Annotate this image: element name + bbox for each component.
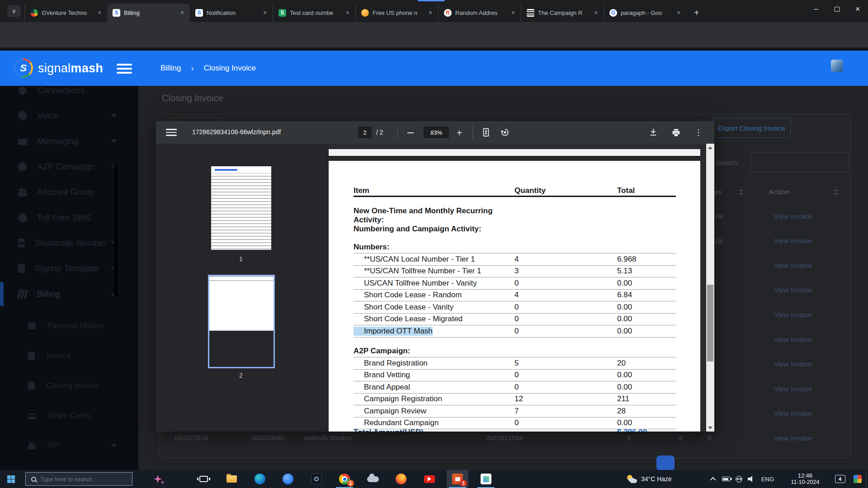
task-view-icon[interactable] [193, 470, 214, 488]
tab-close-icon[interactable]: × [592, 9, 600, 17]
action-center-icon[interactable]: 4 [831, 470, 849, 488]
edge-icon[interactable] [249, 470, 271, 488]
tab-close-icon[interactable]: × [344, 9, 352, 17]
screen-recorder-icon[interactable] [306, 470, 327, 488]
doc-quantity: 0 [514, 327, 519, 336]
pdf-page-input[interactable] [358, 127, 372, 138]
chrome-icon[interactable]: 1 [334, 470, 355, 488]
show-desktop-button[interactable] [866, 470, 868, 488]
sidebar-item-icon [18, 162, 27, 171]
sidebar-item-icon [18, 188, 27, 197]
sort-icon[interactable] [739, 189, 743, 195]
tab-close-icon[interactable]: × [426, 9, 434, 17]
photos-icon[interactable] [475, 470, 497, 488]
tab-close-icon[interactable]: × [95, 9, 104, 17]
tab-search-button[interactable]: ∨ [7, 5, 21, 17]
taskbar-search[interactable] [25, 472, 132, 486]
browser-tab[interactable]: The Campaign R × [521, 4, 604, 22]
pagination-button[interactable] [656, 455, 675, 471]
sort-icon[interactable] [833, 189, 838, 195]
print-icon[interactable] [670, 126, 682, 139]
browser-tab[interactable]: GVenture Techno × [24, 4, 107, 22]
sidebar-item[interactable]: Invoice [0, 341, 138, 371]
window-maximize-button[interactable] [826, 0, 847, 18]
view-invoice-link[interactable]: View Invoice [774, 286, 812, 294]
pdf-thumbnail-page-1[interactable] [211, 166, 271, 250]
taskbar-clock[interactable]: 12:46 11-10-2024 [784, 470, 826, 488]
window-minimize-button[interactable]: – [806, 0, 826, 18]
onedrive-icon[interactable] [362, 470, 384, 488]
taskbar-search-input[interactable] [40, 476, 122, 483]
sidebar-item[interactable]: Payment History [0, 311, 138, 341]
taskbar-weather[interactable]: 34°C Haze [626, 470, 672, 488]
view-invoice-link[interactable]: View Invoice [774, 360, 812, 368]
doc-quantity: 0 [514, 418, 519, 427]
language-indicator[interactable]: ENG [759, 470, 777, 488]
pdf-scrollbar[interactable] [706, 144, 714, 432]
powerpoint-icon[interactable]: 1 [447, 470, 468, 488]
youtube-icon[interactable] [419, 470, 440, 488]
pdf-thumbnail-page-2-selected[interactable] [208, 275, 275, 368]
table-row: View Invoice [774, 327, 837, 352]
search-input[interactable] [750, 152, 849, 172]
pdf-thumbnail-panel: 1 2 [156, 144, 329, 432]
sidebar-item-label: Voice [37, 111, 58, 121]
browser-tab[interactable]: Test card numbe × [273, 4, 355, 22]
user-avatar[interactable] [831, 60, 843, 72]
breadcrumb-page: Closing Invoice [204, 64, 256, 73]
scrollbar-thumb[interactable] [707, 285, 713, 361]
tab-close-icon[interactable]: × [675, 9, 683, 17]
view-invoice-link[interactable]: View Invoice [774, 237, 812, 244]
table-cell: 04 [716, 212, 723, 220]
tab-favicon [113, 9, 120, 17]
view-invoice-link[interactable]: View Invoice [774, 262, 812, 269]
file-explorer-icon[interactable] [221, 470, 242, 488]
tray-color-icon[interactable] [854, 475, 862, 483]
start-button[interactable] [0, 470, 22, 488]
table-column-action[interactable]: Action [769, 188, 790, 196]
copilot-icon[interactable] [148, 470, 170, 488]
zoom-level[interactable]: 83% [424, 127, 449, 138]
sidebar-item[interactable]: Voice [0, 103, 138, 128]
new-tab-button[interactable]: + [689, 4, 707, 22]
sidebar-item-icon [18, 239, 25, 248]
volume-icon[interactable] [744, 470, 759, 488]
sidebar-scrollbar-thumb[interactable] [114, 165, 118, 296]
export-closing-invoice-button[interactable]: Export Closing Invoice [712, 118, 791, 138]
tab-close-icon[interactable]: × [261, 9, 269, 17]
sidebar-item-label: A2P Campaign [37, 162, 94, 172]
tab-close-icon[interactable]: × [178, 9, 186, 17]
sidebar-item[interactable]: Connections [0, 78, 138, 103]
sidebar-toggle-icon[interactable] [117, 64, 133, 74]
pdf-menu-icon[interactable] [166, 129, 177, 136]
view-invoice-link[interactable]: View Invoice [774, 385, 812, 393]
fit-to-page-icon[interactable] [480, 126, 492, 139]
chrome-notification-badge: 1 [347, 480, 354, 487]
sidebar-item[interactable]: Messaging [0, 129, 138, 154]
pdf-more-icon[interactable]: ⋮ [692, 126, 705, 139]
view-invoice-link[interactable]: View Invoice [774, 212, 812, 220]
table-column-partial[interactable]: es [714, 188, 722, 196]
breadcrumb-section[interactable]: Billing [160, 64, 181, 73]
firefox-icon[interactable] [390, 470, 412, 488]
zoom-out-button[interactable] [405, 127, 416, 139]
pdf-download-icon[interactable] [647, 126, 660, 139]
browser-tab[interactable]: Free US phone n × [355, 4, 438, 22]
blue-app-icon[interactable] [277, 470, 299, 488]
browser-tab[interactable]: paragaph - Goo × [604, 4, 686, 22]
view-invoice-link[interactable]: View Invoice [774, 336, 812, 343]
view-invoice-link[interactable]: View Invoice [774, 409, 812, 417]
browser-tab[interactable]: Notification × [190, 4, 273, 22]
window-close-button[interactable]: × [847, 0, 868, 18]
doc-total: 20 [617, 359, 626, 368]
browser-tab[interactable]: Billing × [107, 4, 190, 22]
view-invoice-link[interactable]: View Invoice [774, 311, 812, 319]
sidebar-item[interactable]: Stripe Cards [0, 401, 138, 431]
browser-tab[interactable]: Random Addres × [438, 4, 521, 22]
scroll-down-icon[interactable] [706, 424, 714, 432]
sidebar-item[interactable]: Closing Invoice [0, 371, 138, 400]
rotate-icon[interactable] [499, 126, 511, 139]
tab-close-icon[interactable]: × [509, 9, 517, 17]
zoom-in-button[interactable]: + [453, 127, 465, 139]
scroll-up-icon[interactable] [706, 144, 714, 151]
